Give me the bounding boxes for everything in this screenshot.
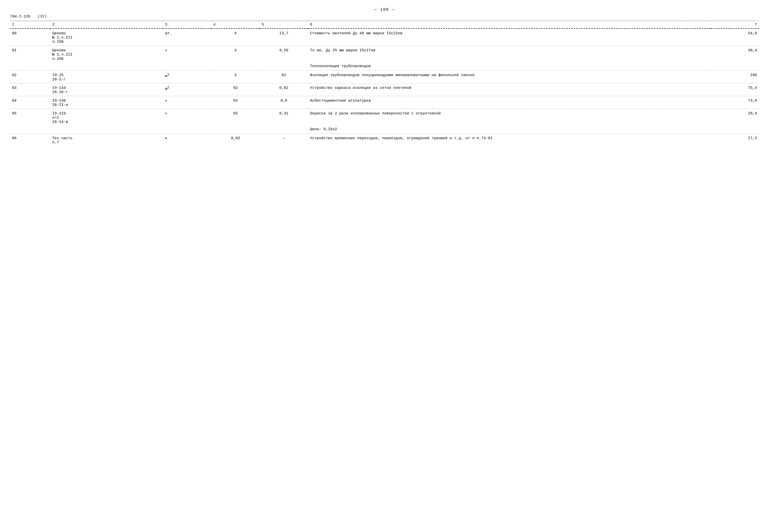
row-col5: 62 — [260, 71, 308, 83]
row-description: Стоимость венти­лей Ду 40 мм марки I5с22… — [308, 29, 711, 46]
row-extra-text: Теплоизоляция трубопроводов — [308, 63, 711, 71]
row-id: 86 — [10, 134, 50, 146]
row-source: I9-I46 28-II-а — [50, 96, 163, 109]
col-header-5: 5 — [260, 21, 308, 29]
row-id: 83 — [10, 83, 50, 96]
row-source: Ценник № I,ч.III п.I98 — [50, 29, 163, 46]
row-value: 38,4 — [711, 46, 759, 63]
row-id: 82 — [10, 71, 50, 83]
col-header-3: 3 — [163, 21, 211, 29]
row-unit: шт. — [163, 29, 211, 46]
col-header-4: 4 — [211, 21, 260, 29]
row-col5: 9,59 — [260, 46, 308, 63]
page-number: — 108 — — [10, 8, 759, 12]
table-row-extra: Цена: 0,I6х2 — [10, 126, 759, 134]
row-unit: м2 — [163, 83, 211, 96]
doc-id: 704-I-135 — [10, 15, 30, 19]
row-description: Устройство временных переходов, переездо… — [308, 134, 711, 146]
row-unit: » — [163, 46, 211, 63]
row-value: I7,3 — [711, 134, 759, 146]
row-source: I9-I44 28-I0-г — [50, 83, 163, 96]
row-value: 73,6 — [711, 96, 759, 109]
row-col5: 0,82 — [260, 83, 308, 96]
row-extra-text: Цена: 0,I6х2 — [308, 126, 711, 134]
col-header-6: 6 — [308, 21, 711, 29]
row-col4: 92 — [211, 109, 260, 126]
table-row: 8IЦенник № I,ч.III п.208»49,59То же, Ду … — [10, 46, 759, 63]
row-description: Окраска за 2 раза изолированных поверхно… — [308, 109, 711, 126]
col-header-7: 7 — [711, 21, 759, 29]
row-col4: 4 — [211, 46, 260, 63]
row-source: I9-25 28-2-г — [50, 71, 163, 83]
row-col5: 0,32 — [260, 109, 308, 126]
row-description: Устройство каркаса изоляции из сетки пле… — [308, 83, 711, 96]
row-source: Тех.часть п.7 — [50, 134, 163, 146]
row-value: 54,8 — [711, 29, 759, 46]
row-unit: » — [163, 109, 211, 126]
row-col5: 0,8 — [260, 96, 308, 109]
row-value: 75,4 — [711, 83, 759, 96]
row-col5: I3,7 — [260, 29, 308, 46]
table-row: 80Ценник № I,ч.III п.I98шт.4I3,7Стоимост… — [10, 29, 759, 46]
row-value: 29,4 — [711, 109, 759, 126]
table-row: 82I9-25 28-2-гм3362Изоляция трубопроводо… — [10, 71, 759, 83]
row-value: I86 — [711, 71, 759, 83]
col-header-1: I — [10, 21, 50, 29]
table-row-extra: Теплоизоляция трубопроводов — [10, 63, 759, 71]
row-id: 8I — [10, 46, 50, 63]
table-row: 86Тех.часть п.7к0,03—Устройство временны… — [10, 134, 759, 146]
row-unit: » — [163, 96, 211, 109]
row-id: 84 — [10, 96, 50, 109]
doc-type: (IУ) — [38, 15, 47, 19]
row-source: Ценник № I,ч.III п.208 — [50, 46, 163, 63]
doc-id-line: 704-I-135 (IУ) — [10, 15, 759, 19]
row-id: 85 — [10, 109, 50, 126]
row-col4: 4 — [211, 29, 260, 46]
row-col4: 3 — [211, 71, 260, 83]
row-col4: 0,03 — [211, 134, 260, 146]
row-description: Изоляция трубопроводов полу­цилиндрами м… — [308, 71, 711, 83]
table-row: 85I9-2I0 к=2 28-I4-в»920,32Окраска за 2 … — [10, 109, 759, 126]
table-row: 84I9-I46 28-II-а»920,8Асбестоцементная ш… — [10, 96, 759, 109]
row-unit: м3 — [163, 71, 211, 83]
table-row: 83I9-I44 28-I0-гм2920,82Устройство карка… — [10, 83, 759, 96]
row-col4: 92 — [211, 83, 260, 96]
main-table: I 2 3 4 5 6 7 80Ценник № I,ч.III п.I98шт… — [10, 21, 759, 146]
row-description: То же, Ду 25 мм марки I5с27нж — [308, 46, 711, 63]
row-col4: 92 — [211, 96, 260, 109]
row-col5: — — [260, 134, 308, 146]
col-header-2: 2 — [50, 21, 163, 29]
row-description: Асбестоцементная штукатурка — [308, 96, 711, 109]
row-source: I9-2I0 к=2 28-I4-в — [50, 109, 163, 126]
row-unit: к — [163, 134, 211, 146]
row-id: 80 — [10, 29, 50, 46]
